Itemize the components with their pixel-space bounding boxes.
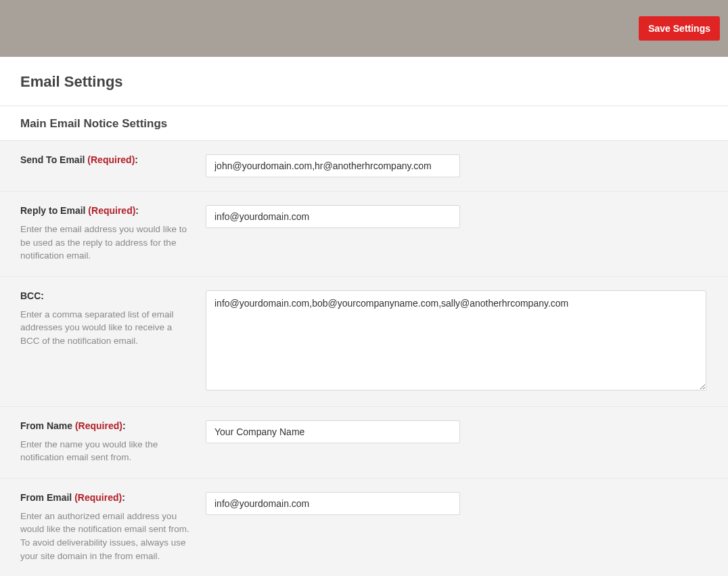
- from-name-input[interactable]: [206, 420, 460, 443]
- save-settings-button[interactable]: Save Settings: [639, 16, 720, 41]
- required-marker: (Required): [87, 154, 135, 165]
- from-name-label-text: From Name: [20, 420, 72, 431]
- reply-to-input[interactable]: [206, 205, 460, 228]
- reply-to-label-text: Reply to Email: [20, 205, 85, 216]
- label-colon: :: [122, 420, 126, 431]
- bcc-label-text: BCC:: [20, 290, 44, 301]
- from-email-label: From Email (Required):: [20, 492, 192, 503]
- required-marker: (Required): [75, 420, 122, 431]
- label-colon: :: [135, 154, 138, 165]
- send-to-input[interactable]: [206, 154, 460, 177]
- field-row-from-email: From Email (Required): Enter an authoriz…: [0, 479, 728, 576]
- required-marker: (Required): [88, 205, 135, 216]
- from-email-input[interactable]: [206, 492, 460, 515]
- bcc-input[interactable]: [206, 290, 706, 391]
- field-row-from-name: From Name (Required): Enter the name you…: [0, 407, 728, 479]
- from-name-desc: Enter the name you would like the notifi…: [20, 438, 192, 464]
- reply-to-label: Reply to Email (Required):: [20, 205, 192, 216]
- reply-to-desc: Enter the email address you would like t…: [20, 223, 192, 263]
- page-title: Email Settings: [20, 73, 708, 91]
- from-email-desc: Enter an authorized email address you wo…: [20, 510, 192, 562]
- section-title: Main Email Notice Settings: [20, 117, 708, 131]
- send-to-label-text: Send To Email: [20, 154, 85, 165]
- field-row-send-to: Send To Email (Required):: [0, 141, 728, 192]
- bcc-desc: Enter a comma separated list of email ad…: [20, 308, 192, 348]
- field-row-bcc: BCC: Enter a comma separated list of ema…: [0, 277, 728, 407]
- bcc-label: BCC:: [20, 290, 192, 301]
- from-name-label: From Name (Required):: [20, 420, 192, 431]
- from-email-label-text: From Email: [20, 492, 72, 503]
- top-bar: Save Settings: [0, 0, 728, 57]
- required-marker: (Required): [74, 492, 122, 503]
- label-colon: :: [135, 205, 139, 216]
- page-title-wrap: Email Settings: [0, 57, 728, 106]
- label-colon: :: [122, 492, 125, 503]
- field-row-reply-to: Reply to Email (Required): Enter the ema…: [0, 192, 728, 277]
- section-title-wrap: Main Email Notice Settings: [0, 106, 728, 141]
- send-to-label: Send To Email (Required):: [20, 154, 192, 165]
